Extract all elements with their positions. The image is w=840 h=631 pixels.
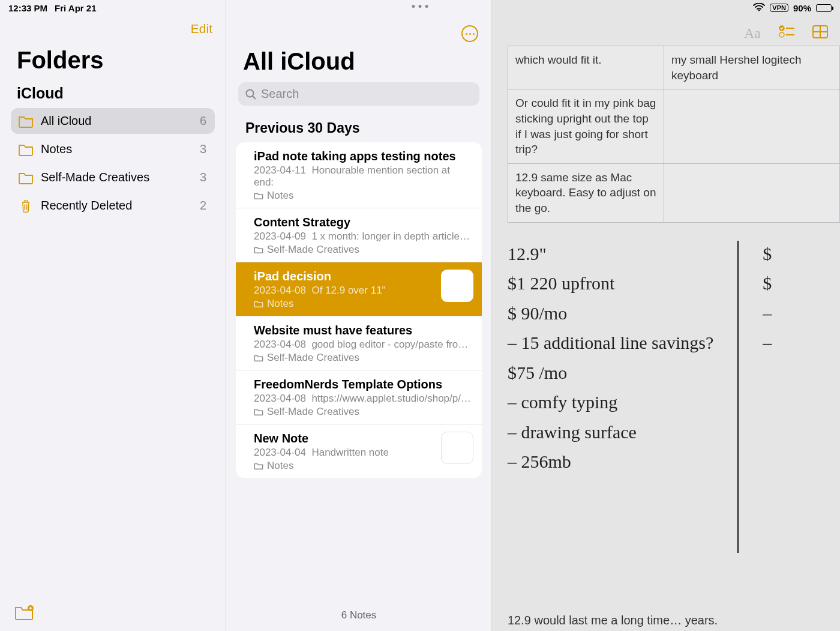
note-thumbnail: [441, 432, 473, 464]
folders-sidebar: Edit Folders iCloud All iCloud6Notes3Sel…: [0, 0, 226, 631]
divider-line: [737, 241, 739, 553]
handwritten-line: – 256mb: [508, 448, 713, 475]
search-placeholder: Search: [261, 87, 299, 101]
folder-label: All iCloud: [35, 114, 200, 128]
note-item-title: Content Strategy: [254, 216, 472, 229]
table-cell[interactable]: which would fit it.: [508, 46, 664, 89]
more-options-button[interactable]: [461, 25, 478, 42]
table-cell[interactable]: Or could fit it in my pink bag sticking …: [508, 89, 664, 164]
folders-section: iCloud: [0, 82, 226, 108]
note-toolbar: Aa: [492, 18, 840, 46]
note-item-subtitle: 2023-04-11 Honourable mention section at…: [254, 165, 472, 189]
battery-percent: 90%: [793, 3, 811, 13]
note-item-folder: Notes: [254, 460, 472, 472]
handwritten-line: –: [763, 330, 772, 356]
folder-icon: [17, 115, 35, 128]
folder-count: 6: [200, 114, 206, 128]
table-cell[interactable]: 12.9 same size as Mac keyboard. Easy to …: [508, 163, 664, 222]
table-button[interactable]: [812, 25, 828, 42]
vpn-badge: VPN: [770, 4, 788, 12]
folder-row-all-icloud[interactable]: All iCloud6: [11, 108, 215, 134]
folder-row-notes[interactable]: Notes3: [11, 136, 215, 162]
status-time: 12:33 PM: [8, 3, 47, 13]
handwritten-line: 12.9": [508, 241, 713, 267]
folder-icon: [17, 171, 35, 184]
multitask-handle-icon[interactable]: [412, 5, 428, 8]
note-item[interactable]: FreedomNerds Template Options2023-04-08 …: [236, 370, 482, 424]
status-date: Fri Apr 21: [55, 3, 96, 13]
folder-label: Self-Made Creatives: [35, 171, 200, 184]
handwritten-line: $: [763, 270, 772, 297]
status-bar: 12:33 PM Fri Apr 21 VPN 90%: [0, 0, 840, 14]
note-detail-panel: Aa which would fit it.my small Hershel l…: [492, 0, 840, 631]
handwritten-line: –: [763, 300, 772, 327]
folder-icon: [17, 143, 35, 156]
note-item-title: New Note: [254, 432, 472, 445]
note-item[interactable]: New Note2023-04-04 Handwritten noteNotes: [236, 424, 482, 478]
table-cell[interactable]: [664, 89, 840, 164]
note-item-title: iPad note taking apps testing notes: [254, 149, 472, 163]
handwritten-line: – comfy typing: [508, 389, 713, 415]
new-folder-button[interactable]: [14, 605, 34, 623]
handwritten-line: $: [763, 241, 772, 267]
note-item-folder: Notes: [254, 190, 472, 202]
note-bottom-text: 12.9 would last me a long time… years.: [508, 614, 840, 627]
note-item[interactable]: Content Strategy2023-04-09 1 x month: lo…: [236, 208, 482, 262]
search-input[interactable]: Search: [238, 82, 479, 106]
notes-count-footer: 6 Notes: [226, 609, 491, 621]
edit-button[interactable]: Edit: [0, 18, 226, 36]
notes-list-panel: All iCloud Search Previous 30 Days iPad …: [226, 0, 492, 631]
note-table[interactable]: which would fit it.my small Hershel logi…: [508, 46, 840, 223]
note-item-title: FreedomNerds Template Options: [254, 378, 472, 391]
svg-point-0: [758, 9, 760, 11]
folder-count: 3: [200, 142, 206, 156]
trash-icon: [17, 199, 35, 213]
text-style-button[interactable]: Aa: [744, 25, 761, 42]
folder-row-self-made-creatives[interactable]: Self-Made Creatives3: [11, 165, 215, 190]
table-cell[interactable]: my small Hershel logitech keyboard: [664, 46, 840, 89]
note-item-title: Website must have features: [254, 324, 472, 337]
note-item[interactable]: iPad decision2023-04-08 Of 12.9 over 11"…: [236, 262, 482, 316]
note-item-subtitle: 2023-04-04 Handwritten note: [254, 447, 472, 459]
svg-point-6: [779, 32, 784, 37]
folder-label: Recently Deleted: [35, 199, 200, 213]
note-item-folder: Self-Made Creatives: [254, 352, 472, 364]
note-item-subtitle: 2023-04-08 https://www.applet.studio/sho…: [254, 393, 472, 405]
note-item[interactable]: Website must have features2023-04-08 goo…: [236, 316, 482, 370]
note-item-title: iPad decision: [254, 270, 472, 283]
handwritten-line: $1 220 upfront: [508, 270, 713, 297]
battery-icon: [816, 4, 832, 12]
folder-label: Notes: [35, 142, 200, 156]
note-item-folder: Self-Made Creatives: [254, 244, 472, 256]
table-cell[interactable]: [664, 163, 840, 222]
note-item[interactable]: iPad note taking apps testing notes2023-…: [236, 142, 482, 208]
note-body[interactable]: which would fit it.my small Hershel logi…: [492, 46, 840, 631]
note-item-folder: Notes: [254, 298, 472, 310]
list-section-header: Previous 30 Days: [226, 106, 491, 142]
folders-title: Folders: [0, 36, 226, 82]
list-title: All iCloud: [226, 18, 491, 82]
handwritten-line: $75 /mo: [508, 360, 713, 386]
note-item-subtitle: 2023-04-09 1 x month: longer in depth ar…: [254, 231, 472, 243]
note-item-subtitle: 2023-04-08 Of 12.9 over 11": [254, 285, 472, 297]
note-item-folder: Self-Made Creatives: [254, 406, 472, 418]
note-thumbnail: [441, 270, 473, 302]
svg-point-2: [247, 89, 254, 97]
handwritten-line: – drawing surface: [508, 419, 713, 445]
folder-count: 2: [200, 199, 206, 213]
note-item-subtitle: 2023-04-08 good blog editor - copy/paste…: [254, 339, 472, 351]
checklist-button[interactable]: [779, 25, 794, 42]
handwriting-area[interactable]: 12.9"$1 220 upfront$ 90/mo– 15 additiona…: [508, 241, 840, 553]
svg-line-3: [253, 96, 256, 99]
handwritten-line: – 15 additional line savings?: [508, 330, 713, 356]
folder-row-recently-deleted[interactable]: Recently Deleted2: [11, 193, 215, 219]
handwritten-line: $ 90/mo: [508, 300, 713, 327]
folder-count: 3: [200, 171, 206, 184]
wifi-icon: [753, 3, 765, 13]
